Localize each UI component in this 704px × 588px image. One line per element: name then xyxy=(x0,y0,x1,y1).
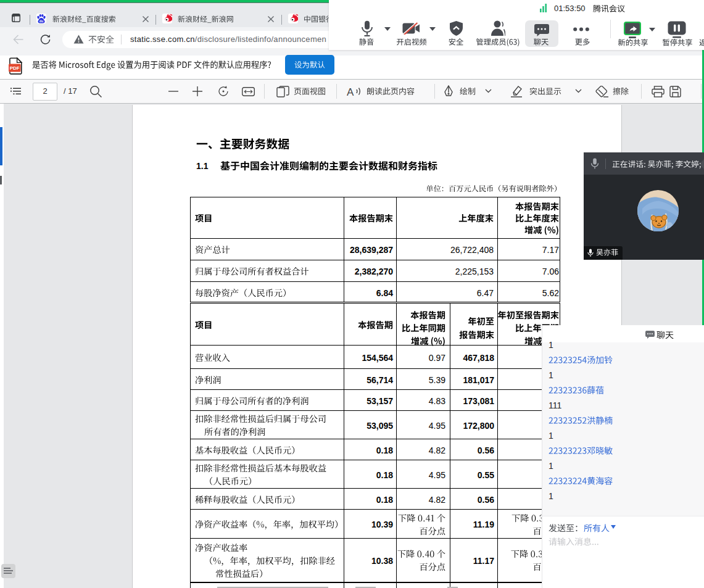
svg-text:du: du xyxy=(39,19,43,23)
svg-text:A: A xyxy=(347,86,354,98)
svg-text:PDF: PDF xyxy=(10,65,20,71)
